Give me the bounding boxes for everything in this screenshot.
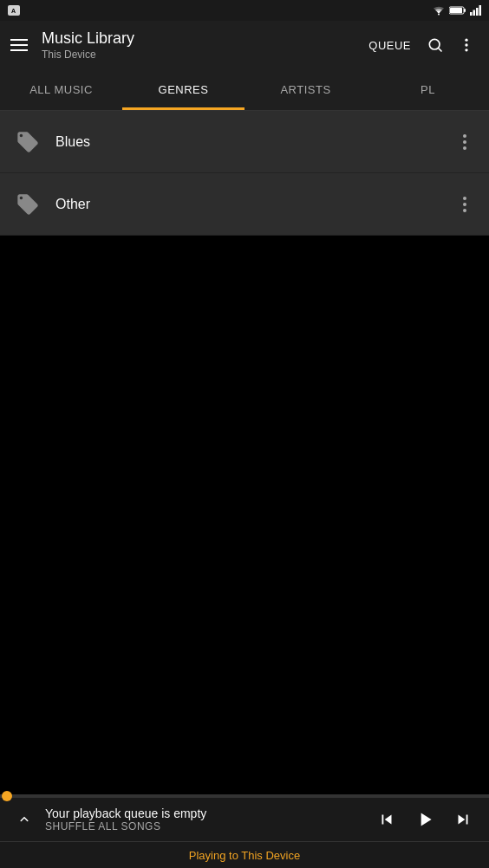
svg-line-11 (439, 49, 442, 52)
genre-name-blues: Blues (55, 134, 454, 150)
progress-bar[interactable] (0, 794, 489, 798)
status-bar: A (0, 0, 489, 21)
overflow-menu-button[interactable] (454, 33, 479, 57)
svg-rect-6 (470, 12, 473, 16)
skip-previous-icon (377, 810, 396, 829)
wifi-icon (432, 5, 446, 16)
svg-point-12 (465, 39, 467, 42)
now-playing-bar: Playing to This Device (0, 841, 489, 868)
search-button[interactable] (423, 33, 447, 57)
status-bar-right (432, 5, 482, 16)
status-bar-left: A (7, 3, 21, 17)
hamburger-line-2 (10, 44, 28, 46)
genre-icon-other (14, 191, 42, 218)
app-subtitle: This Device (42, 49, 353, 61)
play-pause-button[interactable] (413, 807, 437, 832)
svg-text:A: A (11, 8, 16, 14)
now-playing-text: Playing to This Device (189, 849, 300, 862)
top-bar-actions: QUEUE (363, 33, 479, 57)
tab-playlists[interactable]: PL (367, 69, 489, 110)
tab-all-music[interactable]: ALL MUSIC (0, 69, 122, 110)
tag-icon-other (16, 192, 40, 217)
svg-rect-9 (479, 5, 482, 16)
tab-artists[interactable]: ARTISTS (244, 69, 367, 110)
tag-icon-blues (16, 130, 40, 154)
hamburger-line-1 (10, 39, 28, 41)
player-shuffle-text: SHUFFLE ALL SONGS (45, 820, 364, 832)
svg-point-2 (438, 14, 440, 16)
app-status-icon: A (7, 3, 21, 17)
genre-more-blues[interactable] (454, 132, 475, 152)
genre-more-other[interactable] (454, 194, 475, 215)
queue-button[interactable]: QUEUE (363, 36, 416, 55)
genre-list: Blues Other (0, 111, 489, 236)
title-group: Music Library This Device (42, 29, 353, 61)
player-bar: Your playback queue is empty SHUFFLE ALL… (0, 794, 489, 868)
genre-icon-blues (14, 128, 42, 156)
progress-dot (2, 791, 12, 801)
hamburger-line-3 (10, 49, 28, 51)
genre-item-blues[interactable]: Blues (0, 111, 489, 173)
hamburger-menu-button[interactable] (10, 35, 31, 55)
more-vert-icon (458, 36, 475, 54)
svg-rect-5 (464, 9, 466, 12)
svg-point-14 (465, 49, 467, 51)
player-controls (375, 807, 475, 832)
skip-next-icon (453, 810, 473, 829)
battery-icon (449, 5, 466, 16)
player-expand-button[interactable] (14, 809, 35, 830)
player-info: Your playback queue is empty SHUFFLE ALL… (45, 806, 364, 832)
top-bar: Music Library This Device QUEUE (0, 21, 489, 69)
player-content: Your playback queue is empty SHUFFLE ALL… (0, 798, 489, 841)
svg-rect-4 (450, 8, 462, 13)
svg-point-10 (429, 39, 440, 49)
tabs-bar: ALL MUSIC GENRES ARTISTS PL (0, 69, 489, 111)
svg-point-13 (465, 43, 467, 46)
tab-genres[interactable]: GENRES (122, 69, 244, 110)
search-icon (427, 36, 444, 54)
svg-rect-7 (473, 10, 476, 16)
app-title: Music Library (42, 29, 353, 49)
play-icon (414, 808, 436, 831)
player-queue-text: Your playback queue is empty (45, 806, 364, 820)
genre-item-other[interactable]: Other (0, 173, 489, 236)
chevron-up-icon (16, 812, 32, 827)
svg-rect-8 (476, 8, 479, 16)
skip-previous-button[interactable] (375, 807, 399, 832)
genre-name-other: Other (55, 197, 454, 212)
signal-icon (470, 5, 482, 16)
skip-next-button[interactable] (451, 807, 475, 832)
